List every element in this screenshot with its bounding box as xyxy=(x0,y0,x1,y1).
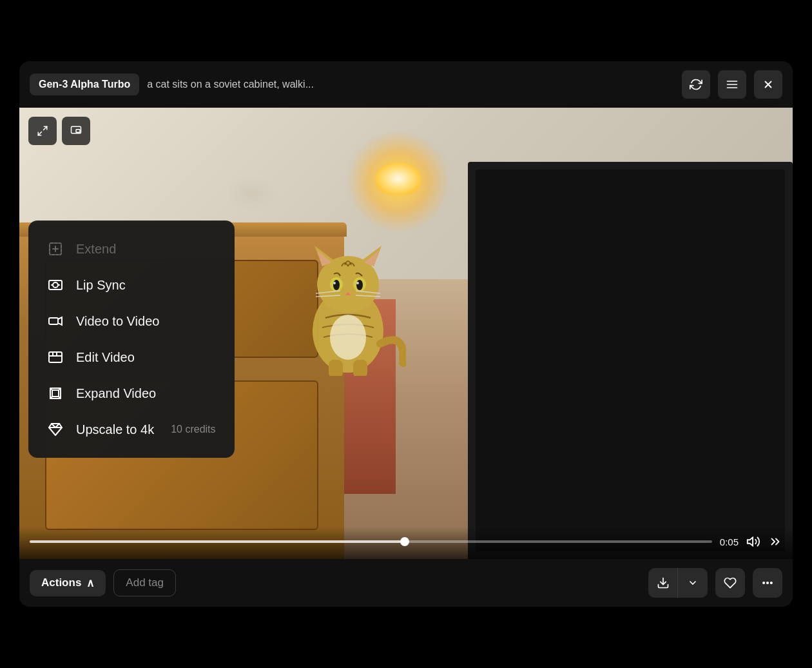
speed-button[interactable] xyxy=(768,535,782,549)
upscale-label: Upscale to 4k xyxy=(76,422,154,437)
svg-marker-37 xyxy=(58,317,62,325)
svg-line-26 xyxy=(38,132,41,135)
progress-thumb xyxy=(400,537,409,546)
menu-item-lip-sync[interactable]: Lip Sync xyxy=(34,267,229,303)
credits-badge: 10 credits xyxy=(171,424,215,435)
prompt-text: a cat sits on a soviet cabinet, walki... xyxy=(147,79,674,90)
menu-button[interactable] xyxy=(718,70,746,99)
svg-point-55 xyxy=(771,582,773,584)
volume-button[interactable] xyxy=(746,535,760,549)
progress-fill xyxy=(30,540,405,543)
video-overlay: Extend Lip Sync xyxy=(19,108,793,559)
extend-icon xyxy=(46,241,64,257)
dropdown-menu: Extend Lip Sync xyxy=(28,221,235,458)
menu-item-upscale[interactable]: Upscale to 4k 10 credits xyxy=(34,411,229,447)
svg-line-25 xyxy=(44,126,47,130)
svg-marker-51 xyxy=(748,538,753,546)
video-controls-bar: 0:05 xyxy=(19,527,793,559)
close-button[interactable] xyxy=(754,70,782,99)
svg-rect-38 xyxy=(49,352,62,362)
actions-label: Actions xyxy=(41,576,81,589)
heart-button[interactable] xyxy=(715,568,745,598)
lip-sync-icon xyxy=(46,277,64,293)
expand-video-icon xyxy=(46,386,64,401)
svg-rect-36 xyxy=(49,318,58,324)
main-card: Gen-3 Alpha Turbo a cat sits on a soviet… xyxy=(19,61,793,607)
pip-button[interactable] xyxy=(62,117,90,145)
menu-item-extend[interactable]: Extend xyxy=(34,231,229,267)
expand-video-label: Expand Video xyxy=(76,386,156,401)
extend-label: Extend xyxy=(76,242,116,257)
diamond-icon xyxy=(46,422,64,437)
menu-item-expand-video[interactable]: Expand Video xyxy=(34,375,229,411)
video-to-video-icon xyxy=(46,313,64,329)
time-display: 0:05 xyxy=(720,536,739,547)
svg-point-33 xyxy=(53,282,58,288)
download-chevron-button[interactable] xyxy=(678,568,708,598)
video-to-video-label: Video to Video xyxy=(76,314,159,329)
footer: Actions ∧ Add tag xyxy=(19,559,793,607)
video-area: Extend Lip Sync xyxy=(19,108,793,559)
header: Gen-3 Alpha Turbo a cat sits on a soviet… xyxy=(19,61,793,108)
more-button[interactable] xyxy=(753,568,782,598)
svg-point-54 xyxy=(767,582,769,584)
svg-rect-43 xyxy=(52,390,59,397)
menu-item-video-to-video[interactable]: Video to Video xyxy=(34,303,229,339)
add-tag-button[interactable]: Add tag xyxy=(113,569,176,596)
download-button[interactable] xyxy=(648,568,678,598)
add-tag-label: Add tag xyxy=(126,576,164,589)
lip-sync-label: Lip Sync xyxy=(76,278,126,293)
video-top-controls xyxy=(28,117,90,145)
svg-rect-28 xyxy=(76,130,80,133)
actions-button[interactable]: Actions ∧ xyxy=(30,570,106,596)
menu-item-edit-video[interactable]: Edit Video xyxy=(34,339,229,375)
download-group xyxy=(648,568,708,598)
model-badge: Gen-3 Alpha Turbo xyxy=(30,74,139,95)
edit-video-icon xyxy=(46,349,64,365)
edit-video-label: Edit Video xyxy=(76,350,135,365)
actions-arrow-icon: ∧ xyxy=(86,576,94,590)
expand-button[interactable] xyxy=(28,117,57,145)
refresh-button[interactable] xyxy=(682,70,710,99)
progress-bar[interactable] xyxy=(30,540,712,543)
svg-point-53 xyxy=(763,582,765,584)
